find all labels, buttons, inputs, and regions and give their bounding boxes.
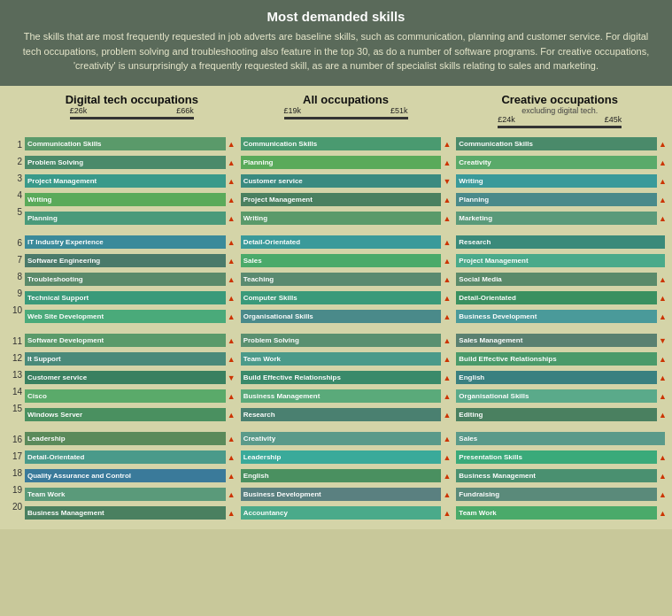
arrow-up-icon: ▲ (228, 214, 236, 223)
row-number: 1 (5, 136, 25, 153)
skill-item: Research (456, 235, 667, 250)
arrow-up-icon: ▲ (228, 336, 236, 345)
skill-bar: Detail-Orientated (456, 291, 657, 304)
skill-bar: Research (456, 235, 665, 249)
skill-bar: Build Effective Relationships (456, 352, 657, 366)
arrow-up-icon: ▲ (228, 177, 236, 186)
skill-bar: Technical Support (25, 291, 226, 304)
arrow-up-icon: ▲ (443, 509, 451, 518)
arrow-up-icon: ▲ (443, 435, 451, 443)
arrow-up-icon: ▲ (228, 411, 236, 420)
arrow-up-icon: ▲ (443, 196, 451, 204)
skill-item: Windows Server▲ (25, 407, 236, 423)
skill-item: Creativity▲ (241, 431, 452, 447)
arrow-up-icon: ▲ (443, 257, 451, 266)
row-number: 5 (5, 204, 25, 220)
arrow-up-icon: ▲ (228, 196, 236, 204)
skill-item: Leadership▲ (241, 450, 452, 466)
skill-bar: Accountancy (241, 506, 442, 520)
skill-item: Planning▲ (241, 155, 452, 171)
arrow-up-icon: ▲ (659, 472, 667, 481)
skill-item: Organisational Skills▲ (456, 389, 667, 404)
skills-grid: 12345Communication Skills▲Problem Solvin… (5, 136, 667, 529)
skill-bar: Team Work (456, 506, 657, 520)
skill-item: Business Management▲ (241, 389, 452, 404)
skill-item: Leadership▲ (25, 431, 236, 447)
skill-item: Writing▲ (25, 192, 236, 208)
col-header-left: Digital tech occupations £26k £66k (25, 93, 239, 131)
skill-item: Project Management▲ (25, 173, 236, 189)
arrow-up-icon: ▲ (228, 238, 236, 247)
skill-item: Research▲ (241, 407, 452, 423)
arrow-up-icon: ▲ (228, 158, 236, 167)
arrow-up-icon: ▲ (659, 158, 667, 167)
skill-bar: Communication Skills (25, 137, 226, 150)
skill-item: Computer Skills▲ (241, 290, 452, 306)
arrow-up-icon: ▲ (659, 294, 667, 303)
row-number: 19 (5, 481, 25, 498)
arrow-down-icon: ▼ (228, 373, 236, 382)
skill-bar: Problem Solving (241, 334, 442, 347)
skill-bar: Customer service (25, 371, 226, 384)
row-number: 15 (5, 400, 25, 417)
arrow-up-icon: ▲ (443, 238, 451, 247)
skill-bar: Windows Server (25, 408, 226, 421)
arrow-up-icon: ▲ (228, 453, 236, 462)
skill-item: Presentation Skills▲ (456, 450, 667, 466)
skill-item: Quality Assurance and Control▲ (25, 468, 236, 484)
skill-bar: Project Management (456, 254, 665, 267)
arrow-up-icon: ▲ (228, 509, 236, 518)
skill-bar: Creativity (241, 432, 442, 445)
skill-item: Sales (456, 431, 667, 447)
skill-item: Planning▲ (25, 211, 236, 227)
skill-bar: Team Work (25, 488, 226, 501)
arrow-up-icon: ▲ (659, 373, 667, 382)
skill-item: Teaching▲ (241, 272, 452, 288)
arrow-up-icon: ▲ (443, 411, 451, 420)
page-title: Most demanded skills (18, 9, 654, 24)
header-description: The skills that are most frequently requ… (18, 29, 654, 73)
skill-item: Team Work▲ (456, 505, 667, 521)
arrow-up-icon: ▲ (443, 373, 451, 382)
main-content: Digital tech occupations £26k £66k All o… (0, 86, 672, 529)
row-number: 12 (5, 350, 25, 366)
skill-item: Customer service▼ (25, 370, 236, 386)
skill-item: IT Industry Experience▲ (25, 235, 236, 250)
arrow-up-icon: ▲ (659, 392, 667, 401)
skill-item: Business Management▲ (456, 468, 667, 484)
arrow-up-icon: ▲ (659, 275, 667, 284)
skill-item: Software Development▲ (25, 333, 236, 349)
row-number: 18 (5, 465, 25, 481)
arrow-up-icon: ▲ (443, 294, 451, 303)
skill-bar: Detail-Orientated (25, 450, 226, 464)
skill-bar: Project Management (25, 174, 226, 188)
skill-bar: IT Industry Experience (25, 235, 226, 249)
skill-bar: Software Engineering (25, 254, 226, 267)
skill-bar: Organisational Skills (456, 389, 657, 403)
skill-item: Team Work▲ (241, 351, 452, 367)
arrow-down-icon: ▼ (659, 336, 667, 345)
arrow-up-icon: ▲ (659, 453, 667, 462)
arrow-up-icon: ▲ (228, 294, 236, 303)
skill-bar: Presentation Skills (456, 450, 657, 464)
col-header-right: Creative occupations excluding digital t… (452, 93, 667, 131)
row-number: 14 (5, 383, 25, 400)
skill-item: Creativity▲ (456, 155, 667, 171)
skill-item: Planning▲ (456, 192, 667, 208)
skill-item: English▲ (241, 468, 452, 484)
skill-item: It Support▲ (25, 351, 236, 367)
skill-bar: Communication Skills (456, 137, 657, 150)
skill-bar: Planning (25, 212, 226, 225)
arrow-up-icon: ▲ (228, 275, 236, 284)
skill-item: Detail-Orientated▲ (456, 290, 667, 306)
arrow-up-icon: ▲ (659, 411, 667, 420)
skill-item: Editing▲ (456, 407, 667, 423)
skill-item: Detail-Orientated▲ (241, 235, 452, 250)
arrow-up-icon: ▲ (228, 355, 236, 364)
skill-item: Problem Solving▲ (241, 333, 452, 349)
row-number: 3 (5, 170, 25, 187)
skill-item: Project Management (456, 253, 667, 269)
skill-bar: Customer service (241, 174, 442, 188)
arrow-up-icon: ▲ (443, 392, 451, 401)
skill-bar: Social Media (456, 273, 657, 286)
